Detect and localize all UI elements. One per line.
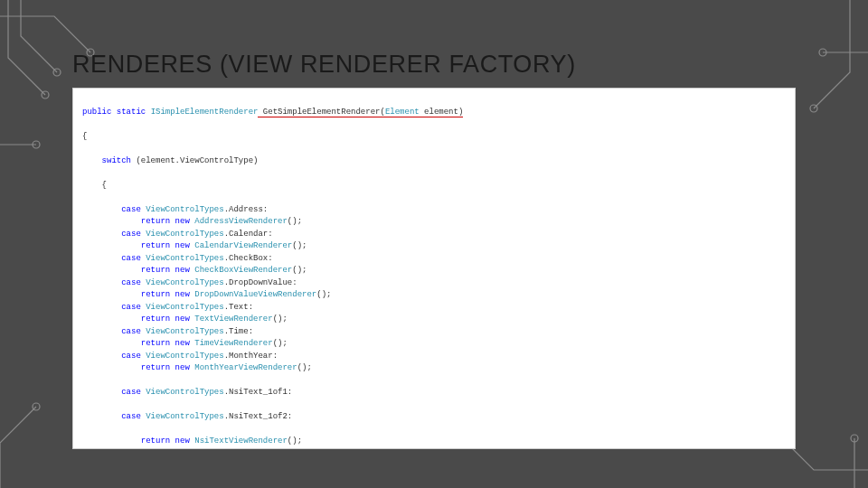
slide-content: RENDERES (VIEW RENDERER FACTORY) public … bbox=[72, 51, 796, 448]
svg-point-2 bbox=[42, 91, 49, 99]
return-line: return new AddressViewRenderer(); bbox=[82, 216, 786, 229]
case-line: case ViewControlTypes.Text: bbox=[82, 302, 786, 314]
return-line: return new TextViewRenderer(); bbox=[82, 314, 786, 326]
return-line: return new MonthYearViewRenderer(); bbox=[82, 362, 786, 375]
param-type: Element bbox=[385, 108, 420, 117]
svg-point-4 bbox=[33, 403, 40, 410]
kw-public-static: public static bbox=[82, 108, 151, 117]
brace: { bbox=[82, 180, 786, 192]
case-line: case ViewControlTypes.Address: bbox=[82, 204, 786, 217]
svg-point-6 bbox=[810, 105, 817, 112]
param-name: element) bbox=[420, 108, 464, 117]
return-line: return new CheckBoxViewRenderer(); bbox=[82, 265, 786, 277]
case-line: case ViewControlTypes.MonthYear: bbox=[82, 351, 786, 363]
case-line: case ViewControlTypes.CheckBox: bbox=[82, 253, 786, 266]
svg-point-3 bbox=[33, 141, 40, 148]
case-line: case ViewControlTypes.Time: bbox=[82, 326, 786, 339]
brace: { bbox=[82, 131, 786, 144]
return-type: ISimpleElementRenderer bbox=[151, 108, 259, 117]
return-line: return new TimeViewRenderer(); bbox=[82, 338, 786, 351]
method-name-1: GetSimpleElementRenderer( bbox=[258, 108, 384, 117]
svg-point-1 bbox=[53, 69, 61, 76]
code-panel: public static ISimpleElementRenderer Get… bbox=[72, 88, 796, 449]
case-line: case ViewControlTypes.Calendar: bbox=[82, 229, 786, 241]
case-line: case ViewControlTypes.DropDownValue: bbox=[82, 277, 786, 290]
svg-point-5 bbox=[819, 49, 826, 56]
svg-point-8 bbox=[851, 435, 858, 442]
slide-title: RENDERES (VIEW RENDERER FACTORY) bbox=[72, 51, 796, 79]
return-line: return new DropDownValueViewRenderer(); bbox=[82, 289, 786, 302]
return-line: return new CalendarViewRenderer(); bbox=[82, 240, 786, 253]
